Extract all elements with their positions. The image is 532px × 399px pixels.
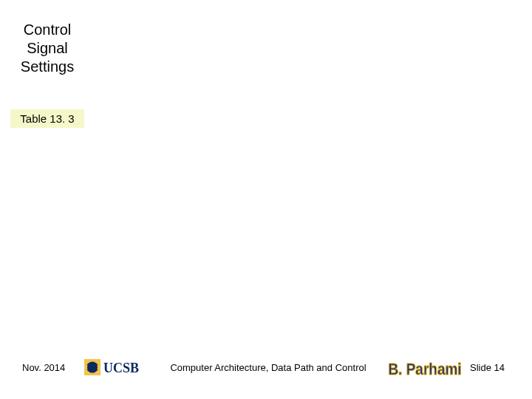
slide-number: Slide 14 <box>470 362 522 373</box>
svg-text:B. Parhami: B. Parhami <box>388 360 461 378</box>
title-line-2: Signal <box>10 39 84 58</box>
footer-course-title: Computer Architecture, Data Path and Con… <box>145 362 384 373</box>
title-line-3: Settings <box>10 58 84 76</box>
title-line-1: Control <box>10 21 84 39</box>
svg-text:UCSB: UCSB <box>103 361 139 375</box>
footer-date: Nov. 2014 <box>22 362 81 373</box>
ucsb-logo: UCSB <box>84 356 145 378</box>
slide-footer: Nov. 2014 UCSB Computer Architecture, Da… <box>0 349 532 386</box>
table-caption: Table 13. 3 <box>10 109 84 128</box>
slide-title: Control Signal Settings <box>10 21 84 76</box>
author-name-logo: B. Parhami <box>384 356 466 378</box>
